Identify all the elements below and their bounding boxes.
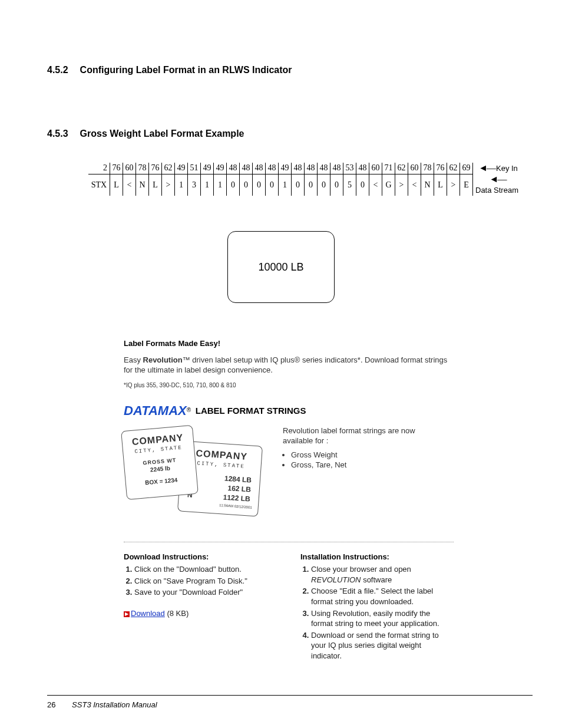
section-title: Gross Weight Label Format Example — [80, 129, 244, 139]
list-item: Download or send the format string to yo… — [311, 630, 454, 661]
download-steps: Click on the "Download" button.Click on … — [124, 564, 277, 598]
section-number: 4.5.2 — [47, 65, 68, 75]
download-instructions: Download Instructions: Click on the "Dow… — [124, 552, 277, 662]
download-link[interactable]: Download — [131, 609, 165, 618]
section-4-5-2-heading: 4.5.2 Configuring Label Format in an RLW… — [47, 65, 515, 75]
list-item: Click on "Save Program To Disk." — [134, 576, 277, 587]
byte-table-figure: 2766078766249514949484848484948484848534… — [88, 163, 515, 196]
ad-disclaimer: *IQ plus 355, 390-DC, 510, 710, 800 & 81… — [124, 381, 454, 390]
footer-rule — [47, 695, 533, 696]
ad-panel: Label Formats Made Easy! Easy Revolution… — [124, 338, 454, 662]
ad-right-list: Gross WeightGross, Tare, Net — [283, 450, 436, 470]
ad-body: Easy Revolution™ driven label setup with… — [124, 355, 454, 375]
page-number: 26 — [47, 700, 55, 709]
ad-brand-row: DATAMAX® LABEL FORMAT STRINGS — [124, 402, 454, 420]
section-number: 4.5.3 — [47, 129, 68, 139]
download-icon: ▶ — [124, 611, 130, 617]
list-item: Click on the "Download" button. — [134, 564, 277, 575]
manual-title: SST3 Installation Manual — [72, 700, 157, 709]
list-item: Choose "Edit a file." Select the label f… — [311, 586, 454, 607]
byte-table: 2766078766249514949484848484948484848534… — [88, 163, 520, 196]
list-item: Gross Weight — [291, 450, 436, 460]
ad-subhead: LABEL FORMAT STRINGS — [196, 405, 306, 417]
weight-display: 10000 LB — [227, 231, 335, 303]
arrow-left-icon: ◄— — [490, 174, 506, 184]
download-size: (8 KB) — [167, 609, 189, 618]
footer: 26 SST3 Installation Manual — [47, 700, 157, 709]
arrow-left-icon: ◄— — [478, 163, 495, 173]
ad-headline: Label Formats Made Easy! — [124, 338, 454, 349]
section-title: Configuring Label Format in an RLWS Indi… — [80, 65, 292, 75]
ticket-preview: COMPANY CITY, STATE GROSS WT 2245 lb BOX… — [124, 426, 265, 529]
list-item: Gross, Tare, Net — [291, 460, 436, 470]
install-steps: Close your browser and open REVOLUTION s… — [300, 564, 454, 661]
list-item: Save to your "Download Folder" — [134, 587, 277, 598]
section-4-5-3-heading: 4.5.3 Gross Weight Label Format Example — [47, 129, 515, 139]
ad-right-col: Revolution label format strings are now … — [283, 426, 436, 470]
list-item: Close your browser and open REVOLUTION s… — [311, 564, 454, 585]
brand-reg: ® — [187, 407, 191, 413]
divider — [124, 542, 454, 542]
list-item: Using Revolution, easily modify the form… — [311, 608, 454, 629]
install-instructions: Installation Instructions: Close your br… — [300, 552, 454, 662]
weight-value: 10000 LB — [258, 261, 303, 274]
ticket-gross: COMPANY CITY, STATE GROSS WT 2245 lb BOX… — [121, 425, 199, 500]
brand-logo: DATAMAX — [124, 402, 187, 420]
